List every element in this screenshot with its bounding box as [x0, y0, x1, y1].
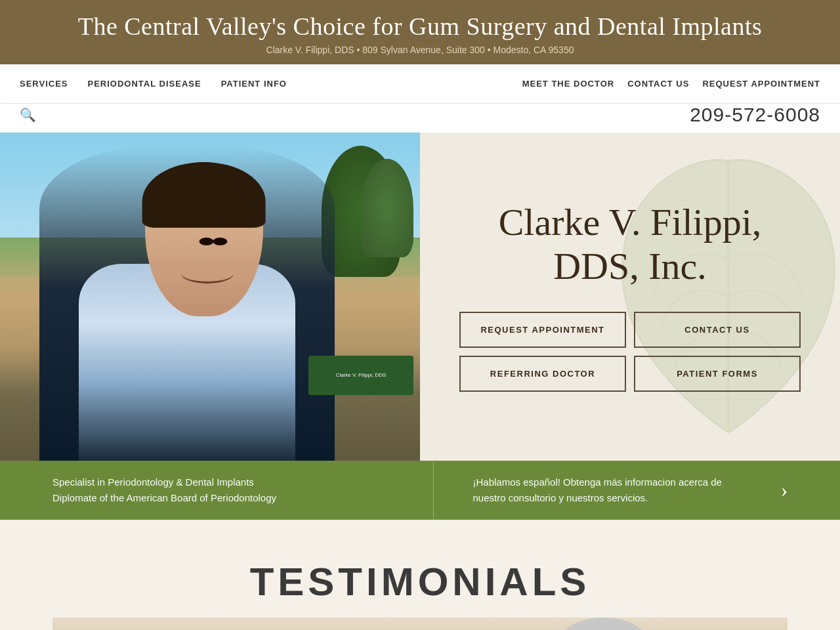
site-subtitle: Clarke V. Filippi, DDS • 809 Sylvan Aven… — [13, 45, 827, 55]
hero-doctor-image: Clarke V. Filippi, DDS — [0, 133, 420, 461]
banner-left: Specialist in Periodontology & Dental Im… — [0, 461, 434, 519]
banner-left-text: Specialist in Periodontology & Dental Im… — [52, 474, 381, 506]
header-banner: The Central Valley's Choice for Gum Surg… — [0, 0, 840, 64]
nav-meet-doctor[interactable]: MEET THE DOCTOR — [522, 79, 614, 89]
phone-number: 209-572-6008 — [690, 104, 820, 126]
nav-contact-us[interactable]: CONTACT US — [627, 79, 689, 89]
banner-spanish-text: ¡Hablamos español! Obtenga más informaci… — [473, 474, 722, 506]
testimonials-section: TESTIMONIALS — [0, 520, 840, 630]
banner-strip: Specialist in Periodontology & Dental Im… — [0, 461, 840, 520]
hero-buttons: REQUEST APPOINTMENT CONTACT US REFERRING… — [459, 312, 801, 392]
leaf-watermark — [604, 146, 840, 448]
site-title: The Central Valley's Choice for Gum Surg… — [13, 12, 827, 42]
search-icon[interactable]: 🔍 — [20, 107, 36, 123]
hero-content: Clarke V. Filippi, DDS, Inc. REQUEST APP… — [420, 133, 840, 461]
nav-left: SERVICES PERIODONTAL DISEASE PATIENT INF… — [20, 79, 522, 89]
nav-periodontal[interactable]: PERIODONTAL DISEASE — [88, 79, 201, 89]
nav-services[interactable]: SERVICES — [20, 79, 68, 89]
nav-request-appointment[interactable]: REQUEST APPOINTMENT — [702, 79, 820, 89]
hero-section: Clarke V. Filippi, DDS Clarke V. Filippi… — [0, 133, 840, 461]
referring-doctor-button[interactable]: REFERRING DOCTOR — [459, 356, 626, 392]
nav-phone-row: 🔍 209-572-6008 — [0, 104, 840, 133]
request-appointment-button[interactable]: REQUEST APPOINTMENT — [459, 312, 626, 348]
testimonials-title: TESTIMONIALS — [52, 559, 788, 604]
nav-right: MEET THE DOCTOR CONTACT US REQUEST APPOI… — [522, 79, 820, 89]
nav-patient-info[interactable]: PATIENT INFO — [221, 79, 287, 89]
banner-arrow-button[interactable]: › — [768, 474, 801, 507]
nav-bar: SERVICES PERIODONTAL DISEASE PATIENT INF… — [0, 64, 840, 104]
hero-doctor-name: Clarke V. Filippi, DDS, Inc. — [453, 201, 807, 288]
banner-right: ¡Hablamos español! Obtenga más informaci… — [434, 461, 841, 520]
testimonials-image — [52, 618, 788, 630]
patient-forms-button[interactable]: PATIENT FORMS — [634, 356, 801, 392]
contact-us-button[interactable]: CONTACT US — [634, 312, 801, 348]
